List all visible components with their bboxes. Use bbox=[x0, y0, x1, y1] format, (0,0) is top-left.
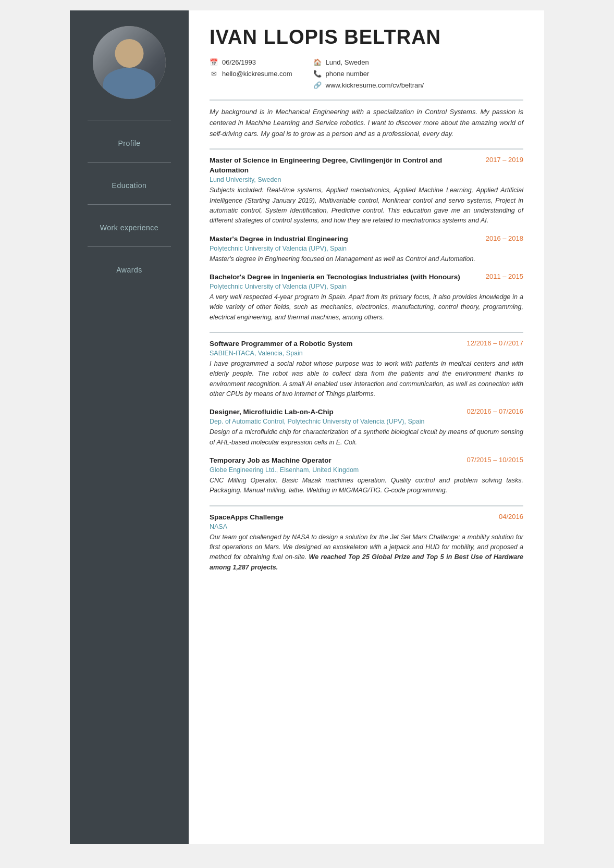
item-title: Temporary Job as Machine Operator bbox=[210, 456, 457, 466]
resume-container: Profile Education Work experience Awards… bbox=[70, 10, 544, 844]
sidebar: Profile Education Work experience Awards bbox=[70, 10, 189, 844]
item-title: Master's Degree in Industrial Engineerin… bbox=[210, 234, 475, 244]
sidebar-section-awards: Awards bbox=[70, 252, 189, 283]
contact-dob: 📅 06/26/1993 bbox=[210, 58, 292, 66]
list-item: SpaceApps Challenge04/2016NASAOur team g… bbox=[210, 513, 523, 573]
profile-divider bbox=[210, 100, 523, 101]
education-section: Master of Science in Engineering Degree,… bbox=[210, 156, 523, 323]
profile-text: My background is in Mechanical Engineeri… bbox=[210, 107, 523, 139]
header: IVAN LLOPIS BELTRAN 📅 06/26/1993 ✉ hello… bbox=[210, 26, 523, 89]
item-header: Bachelor's Degree in Ingeniería en Tecno… bbox=[210, 272, 523, 282]
item-date: 2016 – 2018 bbox=[486, 234, 523, 242]
item-desc: Subjects included: Real-time systems, Ap… bbox=[210, 185, 523, 226]
item-desc: Our team got challenged by NASA to desig… bbox=[210, 532, 523, 573]
list-item: Designer, Microfluidic Lab-on-A-Chip02/2… bbox=[210, 407, 523, 448]
website-value: www.kickresume.com/cv/beltran/ bbox=[326, 81, 424, 89]
divider-2 bbox=[88, 162, 171, 163]
item-desc: Design of a microfluidic chip for charac… bbox=[210, 427, 523, 448]
item-title: SpaceApps Challenge bbox=[210, 513, 488, 523]
divider-1 bbox=[88, 120, 171, 120]
sidebar-label-awards: Awards bbox=[116, 262, 142, 278]
awards-section: SpaceApps Challenge04/2016NASAOur team g… bbox=[210, 513, 523, 573]
list-item: Software Programmer of a Robotic System1… bbox=[210, 339, 523, 399]
sidebar-label-education: Education bbox=[112, 177, 147, 194]
email-icon: ✉ bbox=[210, 69, 218, 78]
list-item: Temporary Job as Machine Operator07/2015… bbox=[210, 456, 523, 496]
contact-col-right: 🏠 Lund, Sweden 📞 phone number 🔗 www.kick… bbox=[313, 58, 424, 89]
item-institution: Globe Engineering Ltd., Elsenham, United… bbox=[210, 466, 523, 474]
item-desc: Master's degree in Engineering focused o… bbox=[210, 254, 523, 264]
contact-email: ✉ hello@kickresume.com bbox=[210, 69, 292, 78]
sidebar-section-work: Work experience bbox=[70, 210, 189, 241]
item-date: 07/2015 – 10/2015 bbox=[467, 456, 523, 464]
list-item: Bachelor's Degree in Ingeniería en Tecno… bbox=[210, 272, 523, 323]
main-content: IVAN LLOPIS BELTRAN 📅 06/26/1993 ✉ hello… bbox=[189, 10, 544, 844]
item-title: Designer, Microfluidic Lab-on-A-Chip bbox=[210, 407, 457, 417]
item-date: 2017 – 2019 bbox=[486, 156, 523, 164]
item-title: Bachelor's Degree in Ingeniería en Tecno… bbox=[210, 272, 475, 282]
item-header: Software Programmer of a Robotic System1… bbox=[210, 339, 523, 349]
divider-4 bbox=[88, 246, 171, 247]
email-value: hello@kickresume.com bbox=[222, 70, 292, 78]
item-header: Master of Science in Engineering Degree,… bbox=[210, 156, 523, 176]
phone-value: phone number bbox=[326, 70, 370, 78]
item-date: 12/2016 – 07/2017 bbox=[467, 339, 523, 347]
item-desc: CNC Milling Operator. Basic Mazak machin… bbox=[210, 476, 523, 496]
item-date: 02/2016 – 07/2016 bbox=[467, 407, 523, 415]
item-desc: A very well respected 4-year program in … bbox=[210, 292, 523, 323]
item-header: SpaceApps Challenge04/2016 bbox=[210, 513, 523, 523]
contact-location: 🏠 Lund, Sweden bbox=[313, 58, 424, 66]
web-icon: 🔗 bbox=[313, 81, 322, 89]
work-section: Software Programmer of a Robotic System1… bbox=[210, 339, 523, 496]
dob-value: 06/26/1993 bbox=[222, 58, 256, 66]
contact-row: 📅 06/26/1993 ✉ hello@kickresume.com 🏠 Lu… bbox=[210, 58, 523, 89]
divider-3 bbox=[88, 204, 171, 205]
item-institution: Polytechnic University of Valencia (UPV)… bbox=[210, 245, 523, 252]
item-header: Temporary Job as Machine Operator07/2015… bbox=[210, 456, 523, 466]
avatar bbox=[93, 26, 166, 99]
item-desc: I have programmed a social robot whose p… bbox=[210, 359, 523, 400]
location-value: Lund, Sweden bbox=[326, 58, 369, 66]
item-institution: Dep. of Automatic Control, Polytechnic U… bbox=[210, 418, 523, 425]
sidebar-section-profile: Profile bbox=[70, 126, 189, 157]
item-header: Master's Degree in Industrial Engineerin… bbox=[210, 234, 523, 244]
awards-divider bbox=[210, 505, 523, 506]
calendar-icon: 📅 bbox=[210, 58, 218, 66]
education-divider bbox=[210, 148, 523, 150]
item-institution: NASA bbox=[210, 523, 523, 530]
sidebar-label-work: Work experience bbox=[100, 219, 158, 236]
item-institution: Lund University, Sweden bbox=[210, 176, 523, 183]
candidate-name: IVAN LLOPIS BELTRAN bbox=[210, 26, 523, 48]
item-header: Designer, Microfluidic Lab-on-A-Chip02/2… bbox=[210, 407, 523, 417]
contact-website: 🔗 www.kickresume.com/cv/beltran/ bbox=[313, 81, 424, 89]
work-divider bbox=[210, 332, 523, 333]
contact-col-left: 📅 06/26/1993 ✉ hello@kickresume.com bbox=[210, 58, 292, 89]
location-icon: 🏠 bbox=[313, 58, 322, 66]
sidebar-section-education: Education bbox=[70, 168, 189, 199]
sidebar-label-profile: Profile bbox=[118, 135, 140, 152]
item-date: 2011 – 2015 bbox=[486, 272, 523, 280]
list-item: Master's Degree in Industrial Engineerin… bbox=[210, 234, 523, 264]
phone-icon: 📞 bbox=[313, 69, 322, 78]
item-title: Software Programmer of a Robotic System bbox=[210, 339, 457, 349]
contact-phone: 📞 phone number bbox=[313, 69, 424, 78]
item-title: Master of Science in Engineering Degree,… bbox=[210, 156, 475, 176]
list-item: Master of Science in Engineering Degree,… bbox=[210, 156, 523, 226]
item-institution: SABIEN-ITACA, Valencia, Spain bbox=[210, 350, 523, 357]
item-date: 04/2016 bbox=[499, 513, 523, 520]
item-institution: Polytechnic University of Valencia (UPV)… bbox=[210, 283, 523, 290]
